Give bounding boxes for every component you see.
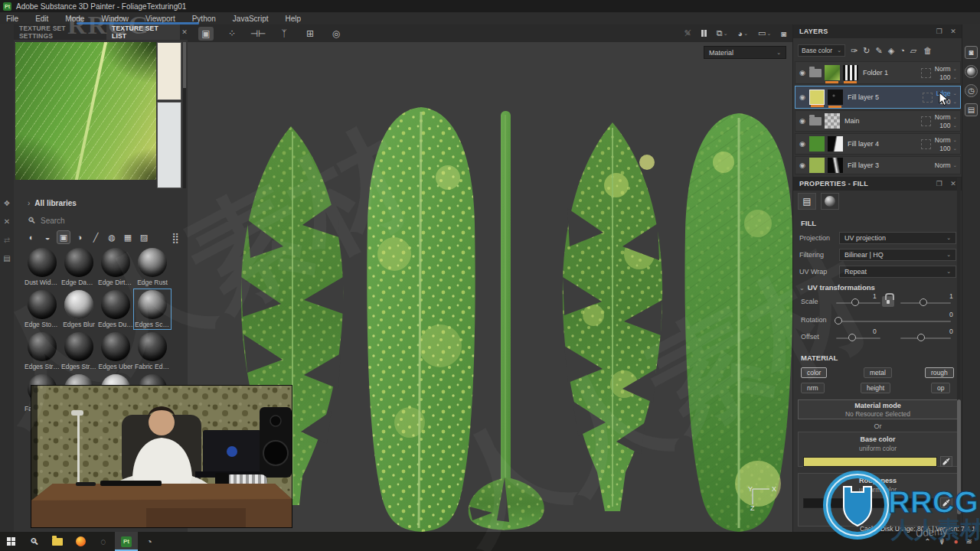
add-paint-layer-icon[interactable]: ✎	[875, 46, 882, 56]
mask-link-box[interactable]	[923, 93, 933, 103]
menu-python[interactable]: Python	[192, 15, 216, 23]
swap-dock-icon[interactable]: ⇄	[2, 234, 12, 245]
filter-smart-materials-icon[interactable]: ◒	[41, 230, 54, 244]
channel-height-button[interactable]: height	[861, 383, 890, 393]
screenshot-dock-icon[interactable]: ◙	[965, 46, 978, 59]
screenshot-icon[interactable]: ◙	[781, 29, 786, 38]
filter-filters-icon[interactable]: ◑	[73, 230, 87, 244]
add-smart-mask-icon[interactable]: ◔	[900, 46, 905, 55]
material-mode-button[interactable]: Material mode No Resource Selected	[798, 399, 958, 419]
opacity-dropdown[interactable]: 100⌄	[939, 145, 957, 152]
scale-knob-1[interactable]	[851, 298, 859, 306]
asset-item[interactable]: Edges Uber	[98, 332, 133, 370]
channel-preview-swatch-cream[interactable]	[157, 42, 181, 100]
channel-rough-button[interactable]: rough	[925, 367, 954, 378]
notebook-dock-icon[interactable]: ▤	[2, 253, 12, 263]
menu-javascript[interactable]: JavaScript	[233, 15, 269, 23]
filter-materials-icon[interactable]: ◐	[24, 230, 38, 244]
eyedropper-icon[interactable]	[940, 456, 952, 467]
texture-list-icon[interactable]: ▤	[965, 103, 978, 116]
filtering-dropdown[interactable]: Bilinear | HQ⌄	[839, 249, 956, 261]
base-color-block[interactable]: Base color uniform color	[798, 432, 958, 467]
asset-item[interactable]: Dust Wide ...	[24, 248, 60, 286]
visibility-eye-icon[interactable]: ◉	[795, 93, 809, 101]
filter-brushes-icon[interactable]: ╱	[89, 230, 103, 244]
tray-mic-icon[interactable]: 🎙︎	[939, 537, 946, 546]
filter-patterns-icon[interactable]: ▦	[121, 230, 135, 244]
add-effect-icon[interactable]: ✑	[851, 46, 858, 56]
channel-op-button[interactable]: op	[931, 383, 950, 393]
history-clock-icon[interactable]: ◷	[965, 84, 978, 97]
asset-item[interactable]: Edges Stro...	[61, 332, 96, 370]
channel-dropdown[interactable]: Base color⌄	[798, 44, 845, 57]
brush-disabled-icon[interactable]: ✎̸	[684, 28, 691, 38]
blend-mode-dropdown[interactable]: Norm⌄	[935, 161, 957, 169]
display-mode-icon[interactable]: ⧉⌄	[717, 28, 728, 38]
tab-close-icon[interactable]: ✕	[181, 28, 188, 36]
uvwrap-dropdown[interactable]: Repeat⌄	[839, 266, 956, 278]
mask-dock-icon[interactable]: ❖	[2, 197, 12, 208]
menu-viewport[interactable]: Viewport	[145, 15, 175, 23]
filter-textures-icon[interactable]: ▨	[137, 230, 151, 244]
channel-nrm-button[interactable]: nrm	[801, 383, 825, 393]
menu-window[interactable]: Window	[101, 15, 129, 23]
channel-preview-swatch-gray[interactable]	[157, 102, 181, 188]
channel-metal-button[interactable]: metal	[864, 367, 892, 378]
mirror-icon[interactable]: ⊣⊢	[250, 27, 266, 41]
shader-sphere-icon[interactable]: ◕⌄	[738, 29, 749, 38]
asset-item[interactable]: Edge Dam...	[61, 248, 96, 286]
layer-row-folder1[interactable]: ◉ Folder 1 Norm⌄ 100⌄	[795, 61, 961, 84]
rotation-knob[interactable]	[835, 317, 842, 324]
mask-link-box[interactable]	[921, 139, 931, 149]
taskbar-search-icon[interactable]: 🔍︎	[23, 532, 46, 551]
layer-row-fill5-selected[interactable]: ◉ Fill layer 5 Ldge⌄ 100⌄	[795, 86, 961, 109]
symmetry-icon[interactable]: ᛉ	[276, 27, 292, 41]
tab-texture-set-settings[interactable]: TEXTURE SET SETTINGS	[14, 24, 106, 40]
offset-knob-2[interactable]	[917, 334, 925, 341]
add-smart-material-icon[interactable]: ↻	[863, 46, 870, 56]
float-panel-icon[interactable]: ❐	[936, 180, 942, 187]
preview-scrollbar[interactable]	[183, 42, 186, 188]
pivot-icon[interactable]: ◎	[328, 27, 344, 41]
asset-item[interactable]: Fabric Edg...	[135, 332, 170, 370]
float-panel-icon[interactable]: ❐	[936, 28, 942, 35]
asset-item[interactable]: Edges Blur	[61, 290, 96, 328]
visibility-eye-icon[interactable]: ◉	[795, 161, 809, 169]
asset-item[interactable]: Edge Ston...	[24, 290, 60, 328]
add-fill-layer-icon[interactable]: ◈	[888, 46, 894, 56]
asset-item[interactable]: Edge Rust	[135, 248, 170, 286]
search-input[interactable]: 🔍︎ Search	[28, 214, 178, 227]
layer-row-fill3[interactable]: ◉ Fill layer 3 Norm⌄	[795, 156, 961, 174]
taskbar-painter-icon[interactable]: Pt	[115, 532, 138, 551]
layer-row-main[interactable]: ◉ Main Norm⌄ 100⌄	[795, 110, 961, 132]
transform-tool-icon[interactable]: ▣	[198, 27, 214, 41]
tab-texture-set-list[interactable]: TEXTURE SET LIST	[106, 24, 180, 40]
taskbar-firefox-icon[interactable]	[69, 532, 92, 551]
properties-scrollbar[interactable]	[957, 178, 961, 530]
menu-mode[interactable]: Mode	[65, 15, 84, 23]
tray-network-icon[interactable]: ≋	[966, 537, 972, 546]
layer-row-fill4[interactable]: ◉ Fill layer 4 Norm⌄ 100⌄	[795, 133, 961, 155]
mask-link-box[interactable]	[921, 116, 931, 126]
grid-dots-icon[interactable]: ⁘	[224, 27, 240, 41]
menu-edit[interactable]: Edit	[35, 15, 48, 23]
roughness-swatch[interactable]	[803, 498, 937, 508]
library-header[interactable]: ›All libraries	[28, 199, 77, 207]
taskbar-app-icon[interactable]: ◌	[92, 532, 115, 551]
visibility-eye-icon[interactable]: ◉	[795, 140, 809, 148]
filter-smart-masks-icon[interactable]: ▣	[57, 230, 70, 244]
delete-layer-icon[interactable]: 🗑︎	[923, 46, 932, 55]
scale-knob-2[interactable]	[920, 298, 927, 306]
taskbar-capture-icon[interactable]: ◔	[138, 532, 161, 551]
close-panel-icon[interactable]: ✕	[950, 28, 956, 35]
start-button[interactable]	[0, 532, 23, 551]
grid-size-icon[interactable]: ⣿	[168, 230, 182, 244]
projection-dropdown[interactable]: UV projection⌄	[839, 232, 956, 244]
asset-item[interactable]: Edges Dusty	[98, 290, 133, 328]
opacity-dropdown[interactable]: 100⌄	[939, 73, 957, 81]
taskbar-explorer-icon[interactable]	[46, 532, 69, 551]
asset-item[interactable]: Edge Dirty ...	[98, 248, 133, 286]
display-settings-icon[interactable]	[965, 65, 978, 78]
close-dock-icon[interactable]: ✕	[2, 216, 12, 227]
visibility-eye-icon[interactable]: ◉	[795, 117, 809, 125]
